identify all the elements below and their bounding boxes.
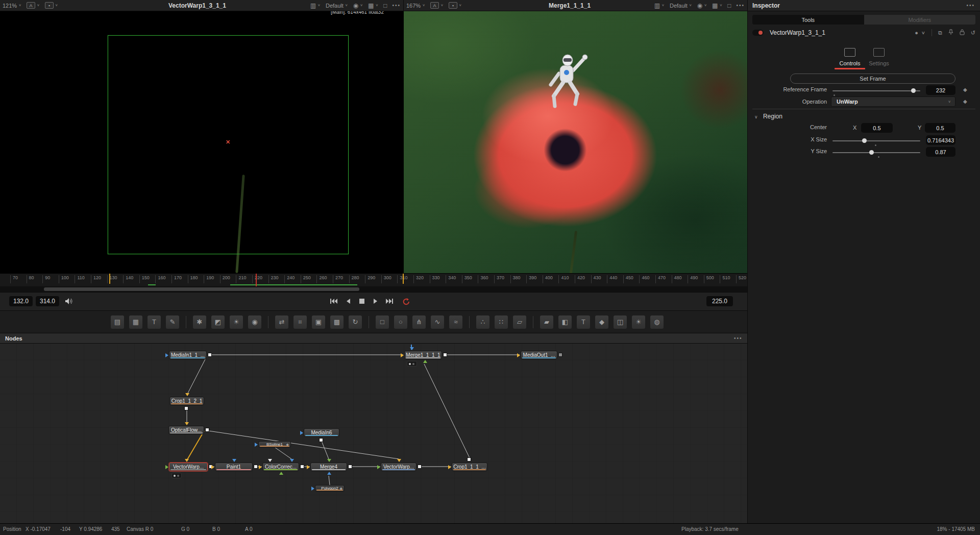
node[interactable]: ColorCorrec... xyxy=(262,463,299,471)
input-port[interactable] xyxy=(327,459,331,462)
color-curves-icon[interactable]: ◩ xyxy=(211,315,225,329)
right-lut-select[interactable]: Default ∨ xyxy=(670,3,692,9)
right-frame-button[interactable]: □ xyxy=(727,3,731,9)
node[interactable]: BSpline1◆ xyxy=(258,441,291,448)
left-viewer-options-menu[interactable]: ••• xyxy=(392,3,401,8)
node[interactable]: Polygon2◆ xyxy=(315,485,345,492)
blur-icon[interactable]: ✱ xyxy=(193,315,206,329)
output-port[interactable] xyxy=(467,457,471,461)
input-port[interactable] xyxy=(423,360,427,363)
go-to-start-button[interactable] xyxy=(329,297,339,306)
input-port[interactable] xyxy=(185,422,189,425)
output-port[interactable] xyxy=(300,465,304,469)
left-split-select[interactable]: ▥ ∨ xyxy=(310,3,321,9)
center-y-value[interactable]: 0.5 xyxy=(925,123,955,133)
node[interactable]: Crop1_1_1_... xyxy=(452,463,487,471)
playhead[interactable] xyxy=(256,274,257,286)
chevron-down-icon[interactable]: ∨ xyxy=(921,30,925,35)
node[interactable]: Merge1_1_1_1 xyxy=(404,351,442,359)
play-button[interactable] xyxy=(371,297,381,306)
render-end-value[interactable]: 314.0 xyxy=(36,296,59,306)
output-port[interactable] xyxy=(205,428,209,432)
left-channel-select[interactable]: A ∨ xyxy=(27,2,40,9)
layers-icon[interactable]: ▣ xyxy=(312,315,325,329)
render-start-value[interactable]: 132.0 xyxy=(9,296,33,306)
output-port[interactable] xyxy=(348,465,352,469)
inspector-options-menu[interactable]: ••• xyxy=(966,3,975,8)
node[interactable]: VectorWarp... xyxy=(169,463,208,471)
text-plus-icon[interactable]: T xyxy=(148,315,161,329)
current-frame-value[interactable]: 225.0 xyxy=(706,296,733,306)
input-port[interactable] xyxy=(211,465,214,469)
merge-3d-icon[interactable]: ◆ xyxy=(595,315,608,329)
input-port[interactable] xyxy=(300,431,303,435)
right-grid-select[interactable]: ▦ ∨ xyxy=(712,3,722,9)
input-port[interactable] xyxy=(259,465,262,469)
right-viewer-options-menu[interactable]: ••• xyxy=(736,3,745,8)
magic-mask-icon[interactable]: ≈ xyxy=(449,315,462,329)
go-to-end-button[interactable] xyxy=(384,297,395,306)
node[interactable]: Merge4 xyxy=(310,463,347,471)
reference-frame-slider[interactable] xyxy=(832,90,920,91)
copy-icon[interactable]: ⧉ xyxy=(938,30,942,36)
left-color-controls-select[interactable]: ◉ ∨ xyxy=(353,3,363,9)
keyframe-icon[interactable]: ◆ xyxy=(963,99,967,104)
input-port[interactable] xyxy=(410,347,414,350)
operation-dropdown[interactable]: UnWarp ∨ xyxy=(831,96,955,107)
paint-icon[interactable]: ✎ xyxy=(166,315,179,329)
input-port[interactable] xyxy=(448,465,451,469)
input-port[interactable] xyxy=(185,459,189,462)
node[interactable]: OpticalFlow... xyxy=(168,426,204,434)
input-port[interactable] xyxy=(397,459,401,462)
step-back-button[interactable] xyxy=(343,297,353,306)
node[interactable]: MediaOut1_... xyxy=(521,351,557,359)
y-size-value[interactable]: 0.87 xyxy=(926,147,955,157)
set-frame-button[interactable]: Set Frame xyxy=(790,74,955,84)
input-port[interactable] xyxy=(377,465,380,469)
media-in-icon[interactable]: ▤ xyxy=(111,315,124,329)
bspline-mask-icon[interactable]: ∿ xyxy=(431,315,444,329)
lock-icon[interactable] xyxy=(960,29,965,36)
input-port[interactable] xyxy=(268,459,272,462)
input-port[interactable] xyxy=(165,353,168,357)
node-graph[interactable]: MediaIn1_1_...Merge1_1_1_1MediaOut1_...C… xyxy=(0,343,747,523)
input-port[interactable] xyxy=(232,459,236,462)
input-port[interactable] xyxy=(185,393,189,396)
left-frame-button[interactable]: □ xyxy=(383,3,387,9)
output-port[interactable] xyxy=(418,465,422,469)
timeline-ruler[interactable]: 7080901001101201301401501601701801902002… xyxy=(0,273,747,286)
output-port[interactable] xyxy=(558,353,562,357)
left-lut-select[interactable]: Default ∨ xyxy=(326,3,348,9)
region-center-marker[interactable]: ✕ xyxy=(226,139,230,145)
input-port[interactable] xyxy=(279,472,283,475)
input-port[interactable] xyxy=(307,465,310,469)
nodes-options-menu[interactable]: ••• xyxy=(734,335,743,341)
output-port[interactable] xyxy=(184,406,188,410)
right-channel-select[interactable]: A ∨ xyxy=(430,2,444,9)
reference-frame-value[interactable]: 232 xyxy=(926,85,955,95)
input-port[interactable] xyxy=(290,459,294,462)
keyframe-icon[interactable]: ◆ xyxy=(963,87,967,92)
node[interactable]: MediaIn6 xyxy=(304,428,339,437)
right-zoom-select[interactable]: 167% ∨ xyxy=(406,3,425,9)
camera-3d-icon[interactable]: ◫ xyxy=(614,315,627,329)
left-fill-select[interactable]: ▪ ∨ xyxy=(45,2,58,9)
left-zoom-select[interactable]: 121% ∨ xyxy=(3,3,21,9)
spotlight-3d-icon[interactable]: ☀ xyxy=(632,315,645,329)
text-3d-icon[interactable]: T xyxy=(577,315,590,329)
slider-handle[interactable] xyxy=(911,88,916,93)
particle-system-icon[interactable]: ∷ xyxy=(495,315,508,329)
y-size-slider[interactable] xyxy=(832,152,920,153)
transform-icon[interactable]: ⇄ xyxy=(275,315,288,329)
left-viewer[interactable]: ✕ [Main]: 614x461 float32 xyxy=(0,11,403,273)
x-size-slider[interactable] xyxy=(832,140,920,141)
matte-control-icon[interactable]: ▩ xyxy=(330,315,344,329)
loop-icon[interactable]: ↻ xyxy=(349,315,362,329)
output-port[interactable] xyxy=(443,353,447,357)
node-enable-toggle[interactable] xyxy=(752,30,764,36)
color-dot-icon[interactable]: ● xyxy=(915,30,918,36)
pin-icon[interactable] xyxy=(948,29,953,36)
right-color-controls-select[interactable]: ◉ ∨ xyxy=(697,3,707,9)
output-port[interactable] xyxy=(319,438,323,442)
stop-button[interactable] xyxy=(357,297,367,306)
